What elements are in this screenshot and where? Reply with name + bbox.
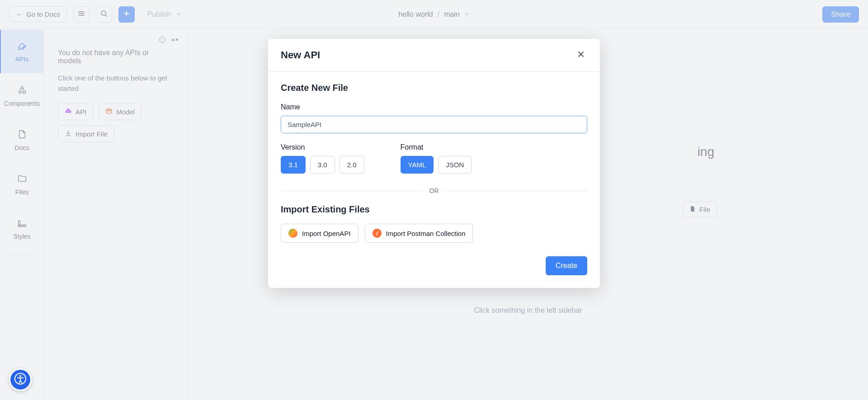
modal-footer: Create: [281, 256, 587, 275]
postman-icon: ⟋: [371, 227, 383, 239]
import-openapi-label: Import OpenAPI: [302, 230, 351, 237]
version-form-group: Version 3.1 3.0 2.0: [281, 143, 364, 174]
version-20-button[interactable]: 2.0: [340, 156, 364, 174]
import-buttons: Import OpenAPI ⟋ Import Postman Collecti…: [281, 224, 587, 243]
format-json-button[interactable]: JSON: [438, 156, 472, 174]
format-yaml-button[interactable]: YAML: [401, 156, 434, 174]
or-divider: OR: [281, 187, 587, 194]
close-button[interactable]: [575, 49, 587, 61]
version-segment-group: 3.1 3.0 2.0: [281, 156, 364, 174]
version-30-button[interactable]: 3.0: [310, 156, 335, 174]
format-form-group: Format YAML JSON: [401, 143, 472, 174]
accessibility-button[interactable]: [9, 368, 32, 391]
import-postman-button[interactable]: ⟋ Import Postman Collection: [365, 224, 473, 243]
version-31-button[interactable]: 3.1: [281, 156, 306, 174]
modal-title: New API: [281, 49, 320, 61]
name-label: Name: [281, 103, 587, 111]
new-api-modal: New API Create New File Name Version 3.1…: [268, 39, 600, 288]
modal-header: New API: [268, 39, 600, 71]
openapi-icon: [288, 229, 297, 238]
version-label: Version: [281, 143, 364, 151]
import-postman-label: Import Postman Collection: [386, 230, 466, 237]
svg-point-6: [19, 375, 21, 377]
import-openapi-button[interactable]: Import OpenAPI: [281, 224, 359, 243]
name-input[interactable]: [281, 116, 587, 133]
modal-body: Create New File Name Version 3.1 3.0 2.0…: [268, 72, 600, 288]
create-button-label: Create: [556, 262, 577, 269]
create-button[interactable]: Create: [546, 256, 587, 275]
accessibility-icon: [14, 372, 27, 387]
form-row: Version 3.1 3.0 2.0 Format YAML JSON: [281, 143, 587, 184]
format-segment-group: YAML JSON: [401, 156, 472, 174]
create-section-title: Create New File: [281, 83, 587, 93]
close-icon: [576, 50, 585, 61]
or-text: OR: [423, 187, 445, 194]
format-label: Format: [401, 143, 472, 151]
modal-overlay[interactable]: New API Create New File Name Version 3.1…: [0, 0, 868, 400]
import-section-title: Import Existing Files: [281, 204, 587, 215]
name-form-group: Name: [281, 103, 587, 133]
